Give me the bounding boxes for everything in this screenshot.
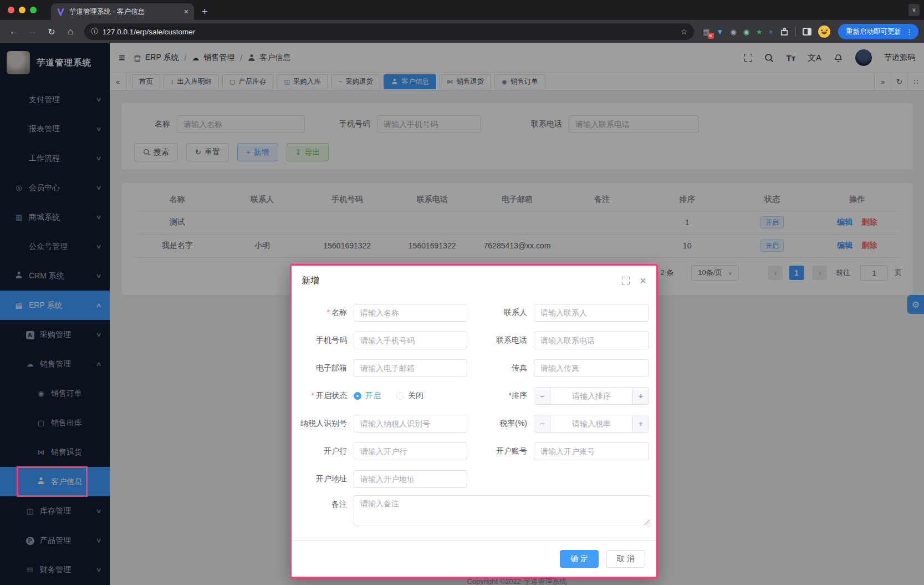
field-bank-input[interactable] xyxy=(354,442,467,460)
status-radio-group: 开启 关闭 xyxy=(354,391,467,401)
field-tel-input[interactable] xyxy=(534,332,649,349)
extension-star-icon[interactable]: ★ xyxy=(756,28,763,35)
field-mobile-input[interactable] xyxy=(354,332,467,349)
confirm-button[interactable]: 确 定 xyxy=(560,550,599,568)
side-panel-icon[interactable] xyxy=(803,28,811,35)
sort-input[interactable] xyxy=(550,388,632,404)
new-tab-button[interactable]: + xyxy=(202,3,208,20)
field-tel-label: 联系电话 xyxy=(467,335,534,345)
profile-avatar[interactable] xyxy=(818,26,830,38)
site-info-icon[interactable]: ⓘ xyxy=(91,27,98,37)
tab-close-icon[interactable]: × xyxy=(184,7,188,16)
field-sort-label: *排序 xyxy=(467,391,534,401)
field-name-label: *名称 xyxy=(292,308,354,318)
favicon xyxy=(57,8,65,16)
extensions-puzzle-icon[interactable] xyxy=(780,27,789,36)
plus-button[interactable]: + xyxy=(632,415,649,432)
field-fax-label: 传真 xyxy=(467,363,534,373)
address-bar[interactable]: ⓘ 127.0.0.1/erp/sale/customer ☆ xyxy=(84,23,694,40)
field-email-input[interactable] xyxy=(354,359,467,377)
window-minimize-button[interactable] xyxy=(19,7,25,13)
field-account-label: 开户账号 xyxy=(467,446,534,456)
dialog-footer: 确 定 取 消 xyxy=(292,540,656,577)
browser-tab-strip: 芋道管理系统 - 客户信息 × + ∨ xyxy=(0,0,924,20)
field-contact-input[interactable] xyxy=(534,304,649,322)
forward-icon[interactable]: → xyxy=(24,23,41,40)
back-icon[interactable]: ← xyxy=(6,23,22,40)
dialog-title: 新增 xyxy=(302,275,319,287)
chrome-update-button[interactable]: 重新启动即可更新 ⋮ xyxy=(838,24,918,39)
browser-toolbar: ← → ↻ ⌂ ⓘ 127.0.0.1/erp/sale/customer ☆ … xyxy=(0,20,924,43)
url-text: 127.0.0.1/erp/sale/customer xyxy=(103,28,676,36)
dialog-form: *名称 联系人 手机号码 联系电话 电子邮箱 传真 *开启状态 开启 xyxy=(292,296,656,527)
extension-circle-icon[interactable]: ◉ xyxy=(730,28,736,35)
field-bank-label: 开户行 xyxy=(292,446,354,456)
field-email-label: 电子邮箱 xyxy=(292,363,354,373)
window-controls xyxy=(8,7,37,13)
minus-button[interactable]: − xyxy=(534,388,550,404)
minus-button[interactable]: − xyxy=(534,415,550,432)
field-taxno-input[interactable] xyxy=(354,415,467,433)
radio-status-off[interactable]: 关闭 xyxy=(396,391,423,401)
field-address-label: 开户地址 xyxy=(292,474,354,484)
radio-dot xyxy=(354,392,361,400)
field-account-input[interactable] xyxy=(534,442,649,460)
plus-button[interactable]: + xyxy=(632,388,649,404)
home-icon[interactable]: ⌂ xyxy=(62,23,79,40)
add-customer-dialog: 新增 × *名称 联系人 手机号码 联系电话 电子邮箱 传真 *开启状态 xyxy=(290,264,658,578)
extension-grid-icon[interactable]: ▦ 6 xyxy=(703,28,709,35)
update-label: 重新启动即可更新 xyxy=(846,27,901,37)
cancel-button[interactable]: 取 消 xyxy=(606,550,645,568)
browser-tab-title: 芋道管理系统 - 客户信息 xyxy=(69,7,180,17)
radio-dot xyxy=(396,392,404,400)
field-mobile-label: 手机号码 xyxy=(292,335,354,345)
window-close-button[interactable] xyxy=(8,7,14,13)
extension-icons: ▦ 6 ▼ ◉ ◉ ★ » xyxy=(703,26,830,38)
extension-chevrons-icon[interactable]: » xyxy=(768,29,775,33)
field-name-input[interactable] xyxy=(354,304,467,322)
field-contact-label: 联系人 xyxy=(467,308,534,318)
browser-tab[interactable]: 芋道管理系统 - 客户信息 × xyxy=(51,3,194,20)
field-remark-label: 备注 xyxy=(292,500,354,510)
field-fax-input[interactable] xyxy=(534,359,649,377)
browser-chrome: 芋道管理系统 - 客户信息 × + ∨ ← → ↻ ⌂ ⓘ 127.0.0.1/… xyxy=(0,0,924,43)
extension-kite-icon[interactable]: ▼ xyxy=(717,28,724,35)
chrome-menu-icon[interactable]: ⋮ xyxy=(906,28,913,36)
bookmark-star-icon[interactable]: ☆ xyxy=(681,27,688,36)
radio-status-on[interactable]: 开启 xyxy=(354,391,381,401)
window-zoom-button[interactable] xyxy=(30,7,37,13)
field-status-label: *开启状态 xyxy=(292,391,354,401)
tab-search-button[interactable]: ∨ xyxy=(908,4,920,16)
field-address-input[interactable] xyxy=(354,470,467,488)
dialog-header: 新增 × xyxy=(292,266,656,296)
dialog-fullscreen-icon[interactable] xyxy=(622,277,630,284)
toolbar-divider xyxy=(795,27,796,37)
extension-badge: 6 xyxy=(708,33,714,39)
field-taxno-label: 纳税人识别号 xyxy=(292,419,354,429)
dialog-close-icon[interactable]: × xyxy=(640,275,646,286)
reload-icon[interactable]: ↻ xyxy=(43,23,60,40)
taxrate-number-input: − + xyxy=(534,415,649,433)
extension-green-circle-icon[interactable]: ◉ xyxy=(743,28,749,35)
taxrate-input[interactable] xyxy=(550,415,632,432)
field-remark-textarea[interactable] xyxy=(354,495,651,526)
field-taxrate-label: 税率(%) xyxy=(467,419,534,429)
sort-number-input: − + xyxy=(534,387,649,405)
